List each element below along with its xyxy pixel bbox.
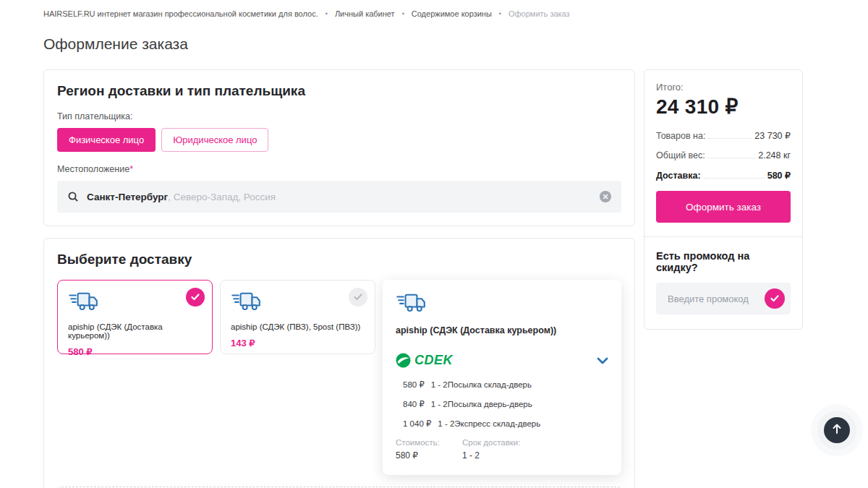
scroll-to-top-button[interactable] [824, 417, 850, 443]
term-label: Срок доставки: [462, 438, 608, 447]
delivery-detail-card: apiship (СДЭК (Доставка курьером)) CDEK [383, 280, 621, 475]
tariff-row[interactable]: 840 ₽1 - 2Посылка дверь-дверь [403, 399, 608, 409]
location-suffix: , Северо-Запад, Россия [168, 192, 276, 202]
delivery-option-courier[interactable]: apiship (СДЭК (Доставка курьером)) 580 ₽ [57, 280, 213, 354]
payer-type-label: Тип плательщика: [57, 111, 621, 121]
total-label: Итого: [656, 82, 791, 93]
tariff-row[interactable]: 1 040 ₽1 - 2Экспресс склад-дверь [403, 419, 608, 429]
breadcrumb-home[interactable]: HAIRSELF.RU интернет магазин профессиона… [43, 9, 318, 18]
delivery-card: Выберите доставку [43, 238, 635, 488]
location-label: Местоположение* [57, 164, 621, 174]
term-value: 1 - 2 [462, 450, 608, 461]
payer-individual-button[interactable]: Физическое лицо [57, 128, 156, 152]
breadcrumb-separator: • [499, 10, 501, 17]
delivery-options-row: apiship (СДЭК (Доставка курьером)) 580 ₽ [57, 280, 621, 475]
delivery-option-pickup[interactable]: apiship (СДЭК (ПВЗ), 5post (ПВЗ)) 143 ₽ [220, 280, 375, 354]
promo-apply-button[interactable] [765, 288, 785, 309]
detail-title: apiship (СДЭК (Доставка курьером)) [396, 325, 608, 335]
cdek-logo: CDEK [396, 353, 453, 368]
sidebar: Итого: 24 310 ₽ Товаров на:23 730 ₽ Общи… [644, 69, 803, 330]
dotted-separator [644, 236, 802, 237]
selected-check-icon [186, 288, 205, 307]
payer-legal-button[interactable]: Юридическое лицо [161, 128, 268, 152]
delivery-option-price: 580 ₽ [68, 346, 202, 357]
arrow-up-icon [832, 423, 842, 437]
delivery-truck-icon [396, 303, 427, 315]
checkout-page: HAIRSELF.RU интернет магазин профессиона… [0, 9, 868, 488]
promo-box [656, 283, 791, 314]
breadcrumb-separator: • [402, 10, 404, 17]
delivery-card-title: Выберите доставку [57, 252, 621, 267]
region-card-title: Регион доставки и тип плательщика [57, 83, 621, 99]
detail-footer: Стоимость: Срок доставки: 580 ₽ 1 - 2 [396, 438, 608, 461]
tariff-list: 580 ₽1 - 2Посылка склад-дверь 840 ₽1 - 2… [396, 380, 608, 429]
carrier-row: CDEK [396, 353, 608, 368]
cost-label: Стоимость: [396, 438, 462, 447]
region-payer-card: Регион доставки и тип плательщика Тип пл… [43, 69, 635, 226]
search-icon [67, 191, 79, 202]
payer-type-switch: Физическое лицо Юридическое лицо [57, 128, 621, 152]
delivery-option-label: apiship (СДЭК (ПВЗ), 5post (ПВЗ)) [231, 322, 365, 331]
tariff-row[interactable]: 580 ₽1 - 2Посылка склад-дверь [403, 380, 608, 390]
delivery-option-price: 143 ₽ [231, 338, 365, 348]
main-layout: Регион доставки и тип плательщика Тип пл… [43, 69, 825, 488]
breadcrumb: HAIRSELF.RU интернет магазин профессиона… [43, 9, 825, 18]
delivery-truck-icon [68, 301, 100, 314]
summary-row-delivery: Доставка:580 ₽ [656, 170, 791, 181]
chevron-down-icon[interactable] [597, 357, 608, 364]
unselected-check-icon [349, 288, 367, 307]
location-value: Санкт-Петербург [87, 192, 168, 202]
clear-location-icon[interactable]: ✕ [600, 191, 611, 202]
breadcrumb-current: Оформить заказ [509, 9, 570, 18]
summary-row-goods: Товаров на:23 730 ₽ [656, 130, 791, 141]
promo-title: Есть промокод на скидку? [656, 250, 791, 273]
cost-value: 580 ₽ [396, 450, 462, 461]
order-summary-card: Итого: 24 310 ₽ Товаров на:23 730 ₽ Общи… [644, 69, 803, 330]
breadcrumb-separator: • [326, 10, 328, 17]
total-value: 24 310 ₽ [656, 95, 791, 119]
location-input[interactable]: Санкт-Петербург , Северо-Запад, Россия ✕ [57, 181, 621, 213]
main-column: Регион доставки и тип плательщика Тип пл… [43, 69, 635, 488]
delivery-option-label: apiship (СДЭК (Доставка курьером)) [68, 322, 202, 340]
submit-order-button[interactable]: Оформить заказ [656, 191, 791, 223]
required-asterisk: * [129, 164, 133, 174]
delivery-truck-icon [231, 301, 263, 314]
summary-row-weight: Общий вес:2.248 кг [656, 150, 791, 160]
promo-input[interactable] [666, 293, 765, 305]
page-title: Оформление заказа [43, 35, 825, 53]
cdek-logo-text: CDEK [414, 353, 453, 368]
breadcrumb-account[interactable]: Личный кабинет [335, 9, 395, 18]
breadcrumb-cart[interactable]: Содержимое корзины [412, 9, 492, 18]
summary-rows: Товаров на:23 730 ₽ Общий вес:2.248 кг Д… [656, 130, 791, 181]
